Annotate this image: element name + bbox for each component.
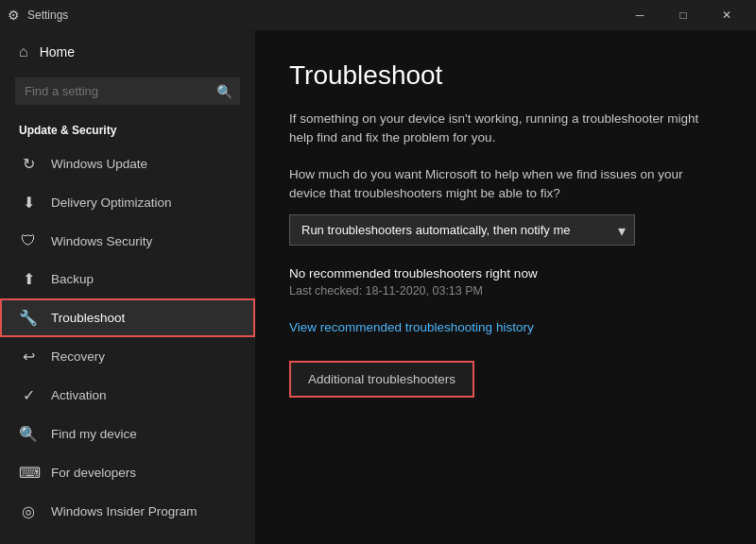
sidebar: ⌂ Home 🔍 Update & Security ↻ Windows Upd… <box>0 30 255 544</box>
sidebar-item-label: Windows Insider Program <box>51 504 198 518</box>
titlebar: ⚙ Settings ─ □ ✕ <box>0 0 756 30</box>
view-history-link[interactable]: View recommended troubleshooting history <box>289 320 534 334</box>
search-box: 🔍 <box>15 77 240 105</box>
close-button[interactable]: ✕ <box>705 0 748 30</box>
no-troubleshooters-text: No recommended troubleshooters right now <box>289 266 722 280</box>
sidebar-item-home[interactable]: ⌂ Home <box>0 30 255 74</box>
additional-troubleshooters-button[interactable]: Additional troubleshooters <box>291 363 472 396</box>
sidebar-item-label: Activation <box>51 388 107 402</box>
find-my-device-icon: 🔍 <box>19 425 38 443</box>
main-layout: ⌂ Home 🔍 Update & Security ↻ Windows Upd… <box>0 30 756 544</box>
sidebar-item-windows-update[interactable]: ↻ Windows Update <box>0 144 255 183</box>
troubleshoot-dropdown[interactable]: Ask me before running troubleshooters Ru… <box>289 214 635 246</box>
question-text: How much do you want Microsoft to help w… <box>289 165 722 204</box>
home-label: Home <box>40 44 75 60</box>
sidebar-item-label: Backup <box>51 272 94 286</box>
content-area: Troubleshoot If something on your device… <box>255 30 756 544</box>
settings-icon: ⚙ <box>8 8 20 23</box>
troubleshoot-dropdown-wrapper: Ask me before running troubleshooters Ru… <box>289 214 722 246</box>
section-label: Update & Security <box>0 116 255 144</box>
windows-security-icon: 🛡 <box>19 232 38 249</box>
titlebar-controls: ─ □ ✕ <box>618 0 748 30</box>
maximize-button[interactable]: □ <box>662 0 705 30</box>
additional-troubleshooters-wrapper: Additional troubleshooters <box>289 361 474 398</box>
windows-insider-icon: ◎ <box>19 502 38 520</box>
minimize-button[interactable]: ─ <box>618 0 662 30</box>
description-text: If something on your device isn't workin… <box>289 110 722 148</box>
troubleshoot-icon: 🔧 <box>19 309 38 327</box>
sidebar-item-find-my-device[interactable]: 🔍 Find my device <box>0 415 255 453</box>
titlebar-left: ⚙ Settings <box>8 8 68 23</box>
windows-update-icon: ↻ <box>19 155 38 173</box>
search-input[interactable] <box>15 77 240 105</box>
sidebar-item-delivery-optimization[interactable]: ⬇ Delivery Optimization <box>0 183 255 222</box>
dropdown-container: Ask me before running troubleshooters Ru… <box>289 214 635 246</box>
sidebar-item-for-developers[interactable]: ⌨ For developers <box>0 453 255 492</box>
home-icon: ⌂ <box>19 43 28 60</box>
sidebar-item-label: Troubleshoot <box>51 311 125 325</box>
page-title: Troubleshoot <box>289 60 722 91</box>
backup-icon: ⬆ <box>19 270 38 288</box>
sidebar-item-label: For developers <box>51 466 136 480</box>
titlebar-title: Settings <box>27 8 68 22</box>
sidebar-item-label: Windows Security <box>51 234 152 248</box>
sidebar-item-activation[interactable]: ✓ Activation <box>0 376 255 415</box>
delivery-optimization-icon: ⬇ <box>19 194 38 212</box>
sidebar-item-troubleshoot[interactable]: 🔧 Troubleshoot <box>0 298 255 337</box>
sidebar-item-label: Delivery Optimization <box>51 196 172 210</box>
recovery-icon: ↩ <box>19 348 38 366</box>
activation-icon: ✓ <box>19 386 38 404</box>
sidebar-item-label: Find my device <box>51 427 137 441</box>
last-checked-text: Last checked: 18-11-2020, 03:13 PM <box>289 284 722 298</box>
sidebar-item-label: Recovery <box>51 349 105 364</box>
sidebar-item-backup[interactable]: ⬆ Backup <box>0 260 255 298</box>
search-icon: 🔍 <box>216 84 232 99</box>
sidebar-item-windows-insider[interactable]: ◎ Windows Insider Program <box>0 492 255 531</box>
sidebar-item-recovery[interactable]: ↩ Recovery <box>0 337 255 376</box>
sidebar-item-windows-security[interactable]: 🛡 Windows Security <box>0 222 255 260</box>
for-developers-icon: ⌨ <box>19 464 38 482</box>
sidebar-item-label: Windows Update <box>51 157 147 171</box>
